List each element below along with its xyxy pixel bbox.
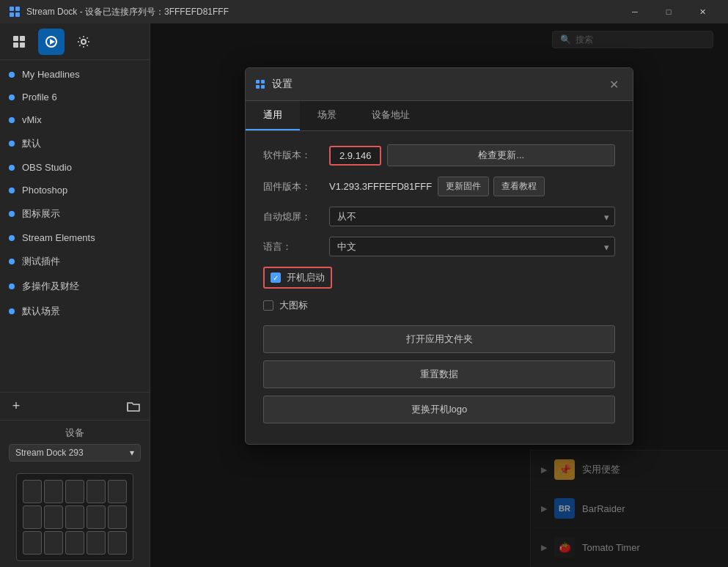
svg-rect-1 <box>15 7 20 11</box>
profile-dot <box>9 72 15 78</box>
chevron-down-icon: ▾ <box>130 448 134 458</box>
profile-name: OBS Studio <box>22 162 72 173</box>
profile-dot <box>9 188 15 193</box>
settings-button[interactable] <box>70 29 97 55</box>
svg-marker-9 <box>50 39 55 45</box>
list-item[interactable]: Stream Elements <box>0 226 150 249</box>
list-item[interactable]: Profile 6 <box>0 86 150 108</box>
grid-cell[interactable] <box>44 480 63 503</box>
profile-dot <box>9 259 15 264</box>
list-item[interactable]: 默认场景 <box>0 299 150 324</box>
grid-cell[interactable] <box>23 505 42 529</box>
profile-name: My Headlines <box>22 69 80 80</box>
svg-rect-7 <box>20 42 25 48</box>
settings-dialog: 设置 ✕ 通用 场景 设备地址 软件版本： 2.9.146 检查更新... <box>245 67 633 445</box>
maximize-button[interactable]: □ <box>652 0 685 23</box>
grid-button[interactable] <box>6 29 32 55</box>
add-profile-button[interactable]: + <box>6 396 26 417</box>
profile-name: Photoshop <box>22 185 67 196</box>
profile-dot <box>9 235 15 241</box>
software-version-value: 2.9.146 <box>329 146 381 166</box>
tab-device-address[interactable]: 设备地址 <box>354 101 427 130</box>
reset-data-button[interactable]: 重置数据 <box>263 360 615 388</box>
software-version-row: 软件版本： 2.9.146 检查更新... <box>263 144 615 166</box>
icon-dot <box>256 85 260 89</box>
open-folder-button[interactable]: 打开应用文件夹 <box>263 325 615 353</box>
profile-name: 默认场景 <box>22 305 60 318</box>
profile-dot <box>9 284 15 289</box>
svg-rect-5 <box>20 36 25 41</box>
device-section: 设备 Stream Dock 293 ▾ <box>0 420 150 467</box>
profile-dot <box>9 211 15 217</box>
startup-label: 开机启动 <box>287 271 325 284</box>
profile-name: Stream Elements <box>22 232 95 243</box>
device-grid-preview <box>16 473 133 561</box>
grid-cell[interactable] <box>108 505 127 529</box>
list-item[interactable]: 测试插件 <box>0 249 150 274</box>
large-icon-checkbox[interactable] <box>263 300 273 311</box>
list-item[interactable]: 图标展示 <box>0 201 150 226</box>
main-layout: My Headlines Profile 6 vMix 默认 OBS Studi… <box>0 23 728 567</box>
grid-cell[interactable] <box>65 505 84 529</box>
grid-cell[interactable] <box>23 531 42 555</box>
grid-cell[interactable] <box>87 505 106 529</box>
svg-rect-6 <box>13 42 18 48</box>
list-item[interactable]: My Headlines <box>0 63 150 86</box>
tab-scene[interactable]: 场景 <box>300 101 354 130</box>
startup-row: ✓ 开机启动 <box>263 267 332 289</box>
folder-button[interactable] <box>123 396 144 417</box>
profile-name: 默认 <box>22 137 41 150</box>
language-select[interactable]: 中文 <box>329 237 615 256</box>
device-label: 设备 <box>9 426 141 440</box>
auto-hide-row: 自动熄屏： 从不 ▾ <box>263 207 615 226</box>
language-label: 语言： <box>263 240 329 253</box>
svg-point-10 <box>81 40 86 44</box>
tab-general[interactable]: 通用 <box>246 101 300 130</box>
grid-cell[interactable] <box>44 531 63 555</box>
list-item[interactable]: vMix <box>0 108 150 131</box>
add-bar: + <box>0 393 150 420</box>
dialog-tabs: 通用 场景 设备地址 <box>246 101 633 131</box>
minimize-button[interactable]: ─ <box>618 0 652 23</box>
grid-cell[interactable] <box>65 480 84 503</box>
grid-cell[interactable] <box>108 480 127 503</box>
svg-rect-4 <box>13 36 18 41</box>
auto-hide-select[interactable]: 从不 <box>329 207 615 226</box>
icon-dot <box>256 80 260 84</box>
grid-cell[interactable] <box>44 505 63 529</box>
large-icon-label: 大图标 <box>279 299 308 312</box>
dialog-close-button[interactable]: ✕ <box>605 75 622 93</box>
right-panel: 🔍 ▶ 📌 实用便签 ▶ BR BarRaider ▶ 🍅 Tomato Tim… <box>150 23 728 567</box>
grid-cell[interactable] <box>87 480 106 503</box>
sidebar-toolbar <box>0 23 150 60</box>
check-update-button[interactable]: 检查更新... <box>387 144 615 166</box>
app-icon <box>9 6 21 18</box>
svg-rect-0 <box>10 7 14 11</box>
grid-cell[interactable] <box>23 480 42 503</box>
titlebar-title: Stream Dock - 设备已连接序列号：3FFFEFD81FFF <box>26 6 618 18</box>
dialog-overlay: 设置 ✕ 通用 场景 设备地址 软件版本： 2.9.146 检查更新... <box>150 23 728 567</box>
startup-checkbox[interactable]: ✓ <box>271 273 281 283</box>
close-button[interactable]: ✕ <box>685 0 719 23</box>
profile-list: My Headlines Profile 6 vMix 默认 OBS Studi… <box>0 60 150 392</box>
auto-hide-select-wrap: 从不 ▾ <box>329 207 615 226</box>
titlebar-controls: ─ □ ✕ <box>618 0 719 23</box>
dialog-title: 设置 <box>272 78 605 91</box>
update-firmware-button[interactable]: 更新固件 <box>438 177 489 196</box>
view-tutorial-button[interactable]: 查看教程 <box>493 177 545 196</box>
stream-button[interactable] <box>38 29 65 55</box>
list-item[interactable]: Photoshop <box>0 179 150 201</box>
list-item[interactable]: 多操作及财经 <box>0 274 150 299</box>
grid-cell[interactable] <box>87 531 106 555</box>
list-item[interactable]: 默认 <box>0 131 150 156</box>
profile-name: 多操作及财经 <box>22 280 79 293</box>
change-logo-button[interactable]: 更换开机logo <box>263 396 615 423</box>
list-item[interactable]: OBS Studio <box>0 156 150 179</box>
icon-dot <box>261 80 265 84</box>
grid-cell[interactable] <box>65 531 84 555</box>
large-icon-row: 大图标 <box>263 299 615 312</box>
device-select-value: Stream Dock 293 <box>15 448 84 458</box>
grid-cell[interactable] <box>108 531 127 555</box>
device-select[interactable]: Stream Dock 293 ▾ <box>9 444 141 462</box>
svg-rect-3 <box>15 12 20 17</box>
